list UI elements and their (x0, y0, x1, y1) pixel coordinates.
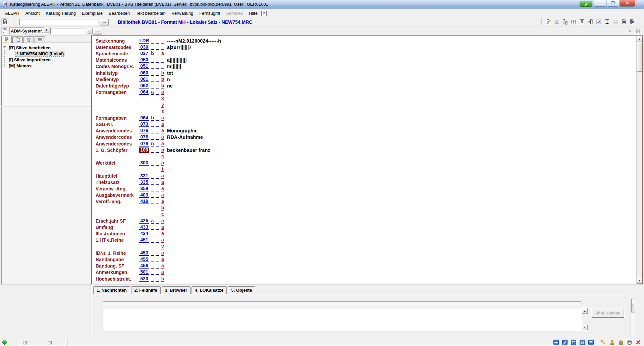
menu-fernzugriff[interactable]: Fernzugriff (196, 10, 223, 17)
help-icon[interactable]: ? (261, 11, 267, 16)
menu-bearbeiten[interactable]: Bearbeiten (106, 10, 133, 17)
field-tag[interactable]: 064 (139, 90, 149, 95)
field-value[interactable]: a|zurr||||||7 (167, 45, 192, 50)
tab-1-nachrichten[interactable]: 1. Nachrichten (93, 286, 130, 294)
message-list-scrollbar[interactable]: ▲ ▼ (582, 308, 588, 330)
tree-expander-icon[interactable]: − (3, 46, 6, 49)
field-tag[interactable]: 030 (139, 45, 149, 50)
field-indicator[interactable] (156, 237, 159, 243)
subfield-code[interactable]: a (161, 192, 164, 198)
field-indicator[interactable] (156, 57, 159, 63)
field-tag[interactable]: 359 (139, 186, 149, 191)
field-indicator[interactable] (156, 128, 159, 133)
field-indicator[interactable] (151, 225, 154, 230)
field-indicator[interactable] (156, 90, 159, 95)
subfield-code[interactable]: c (161, 283, 164, 284)
field-indicator[interactable] (151, 148, 154, 153)
field-value[interactable]: RDA-Aufnahme (167, 134, 203, 140)
subfield-code[interactable]: a (161, 250, 164, 256)
field-indicator[interactable] (151, 70, 154, 76)
subfield-code[interactable]: a (161, 231, 164, 236)
scroll-up-icon[interactable]: ▲ (637, 36, 642, 42)
field-tag[interactable]: 050 (139, 57, 149, 63)
field-indicator[interactable] (156, 77, 159, 82)
tab-edit-records[interactable] (1, 36, 12, 43)
field-value[interactable]: a|||||||||||| (167, 57, 187, 63)
field-indicator[interactable] (156, 64, 159, 69)
key-icon[interactable] (600, 339, 607, 346)
field-tag[interactable]: 331 (139, 173, 149, 179)
field-indicator[interactable] (151, 57, 154, 63)
subfield-code[interactable]: y (161, 102, 164, 108)
field-indicator[interactable] (156, 148, 159, 153)
subfield-code[interactable]: v (161, 244, 164, 249)
field-indicator[interactable] (151, 180, 154, 185)
tab-3-browser[interactable]: 3. Browser (162, 286, 191, 294)
tab-duplicate-record[interactable] (12, 36, 23, 43)
field-indicator[interactable] (156, 134, 159, 140)
field-indicator[interactable] (156, 70, 159, 76)
field-tag[interactable]: 520 (139, 276, 149, 282)
subfield-code[interactable]: a (161, 270, 164, 275)
marc-edit-icon[interactable] (561, 339, 569, 346)
tab-templates[interactable] (23, 36, 34, 43)
subfield-code[interactable]: p (161, 160, 164, 166)
field-tag[interactable]: 335 (139, 180, 149, 185)
field-indicator[interactable] (156, 38, 159, 44)
subfield-code[interactable]: a (161, 51, 164, 56)
close-record-icon[interactable] (620, 18, 627, 25)
tab-search[interactable] (35, 36, 45, 43)
search-type-select[interactable]: ADM-Systemnr. (9, 27, 50, 35)
record-tree-icon[interactable] (561, 18, 569, 25)
keyboard-icon[interactable] (587, 339, 595, 346)
field-tag[interactable]: 456 (139, 263, 149, 269)
field-indicator[interactable] (156, 115, 159, 121)
tree-item[interactable]: −[B] Sätze bearbeiten (2, 45, 92, 51)
field-tag[interactable]: 419 (139, 199, 149, 204)
field-indicator[interactable] (156, 250, 159, 256)
field-indicator[interactable] (156, 192, 159, 198)
subfield-code[interactable] (161, 45, 164, 50)
subfield-code[interactable]: a (161, 122, 164, 127)
tree-item[interactable]: * NEW754.MRC (Lokal) (2, 51, 92, 57)
field-indicator[interactable] (151, 257, 154, 262)
field-indicator[interactable] (156, 83, 159, 89)
chevron-down-icon[interactable]: ▼ (44, 27, 49, 33)
field-tag[interactable]: 076 (139, 128, 149, 133)
menu-text-bearbeiten[interactable]: Text bearbeiten (133, 10, 169, 17)
subfield-code[interactable]: b (161, 70, 164, 76)
subfield-code[interactable] (161, 57, 164, 63)
subfield-code[interactable]: t (161, 167, 164, 172)
field-tag[interactable]: 037 (139, 51, 149, 56)
menu-exemplare[interactable]: Exemplare (79, 10, 106, 17)
open-record-icon[interactable] (1, 18, 8, 25)
field-indicator[interactable] (156, 263, 159, 269)
field-value[interactable]: txt (167, 70, 173, 76)
field-list-icon[interactable] (578, 18, 585, 25)
menu-verwaltung[interactable]: Verwaltung (169, 10, 196, 17)
push-record-icon[interactable] (603, 18, 610, 25)
field-indicator[interactable]: a (151, 218, 154, 224)
move-icon[interactable] (552, 339, 560, 346)
tab-2-feldhilfe[interactable]: 2. Feldhilfe (131, 286, 161, 294)
field-indicator[interactable]: a (151, 90, 154, 95)
field-tag[interactable]: 062 (139, 83, 149, 89)
field-indicator[interactable] (156, 257, 159, 262)
field-tag[interactable]: 076 (139, 134, 149, 140)
subfield-code[interactable]: p (161, 148, 164, 153)
subfield-code[interactable]: a (161, 199, 164, 204)
field-tag[interactable]: 078 (139, 141, 149, 147)
scrollbar-thumb[interactable] (637, 42, 642, 72)
subfield-code[interactable]: a (161, 180, 164, 185)
field-indicator[interactable] (151, 128, 154, 133)
field-indicator[interactable] (156, 160, 159, 166)
field-indicator[interactable] (156, 270, 159, 275)
record-jump-input[interactable] (19, 19, 99, 25)
field-indicator[interactable]: b (151, 51, 154, 56)
more-button[interactable]: ... (87, 28, 93, 34)
field-value[interactable]: m||||||| (167, 64, 181, 69)
subfield-code[interactable]: a (161, 141, 164, 147)
search-icon[interactable] (612, 18, 619, 25)
field-indicator[interactable] (156, 122, 159, 127)
field-tag[interactable]: 100 (139, 148, 149, 153)
